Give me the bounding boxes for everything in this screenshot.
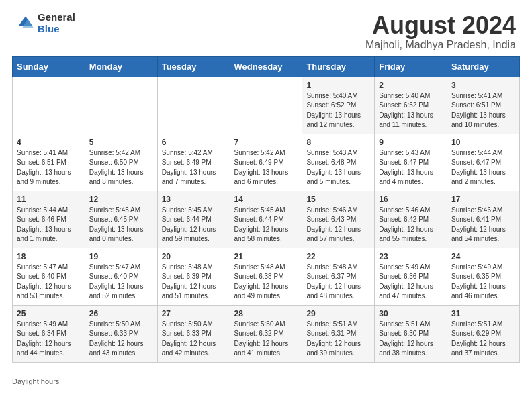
day-number: 24 <box>451 252 515 261</box>
logo: General Blue <box>16 12 75 34</box>
day-info: Sunrise: 5:42 AM Sunset: 6:50 PM Dayligh… <box>89 148 153 187</box>
weekday-header-thursday: Thursday <box>302 56 375 77</box>
calendar-cell: 27Sunrise: 5:50 AM Sunset: 6:33 PM Dayli… <box>157 305 230 362</box>
day-number: 2 <box>379 81 443 90</box>
day-number: 22 <box>306 252 370 261</box>
week-row-5: 25Sunrise: 5:49 AM Sunset: 6:34 PM Dayli… <box>13 305 520 362</box>
calendar-cell: 2Sunrise: 5:40 AM Sunset: 6:52 PM Daylig… <box>375 77 447 134</box>
logo-text: General Blue <box>38 12 75 34</box>
logo-general-text: General <box>38 12 75 24</box>
day-number: 4 <box>17 138 81 147</box>
day-info: Sunrise: 5:47 AM Sunset: 6:40 PM Dayligh… <box>17 263 81 302</box>
calendar-cell: 15Sunrise: 5:46 AM Sunset: 6:43 PM Dayli… <box>302 191 375 248</box>
footer-label: Daylight hours <box>12 377 59 385</box>
weekday-header-friday: Friday <box>375 56 447 77</box>
calendar-cell: 25Sunrise: 5:49 AM Sunset: 6:34 PM Dayli… <box>13 305 85 362</box>
weekday-header-sunday: Sunday <box>13 56 85 77</box>
calendar-cell: 30Sunrise: 5:51 AM Sunset: 6:30 PM Dayli… <box>375 305 447 362</box>
day-info: Sunrise: 5:49 AM Sunset: 6:36 PM Dayligh… <box>379 263 443 302</box>
day-info: Sunrise: 5:51 AM Sunset: 6:31 PM Dayligh… <box>306 320 370 359</box>
weekday-header-row: SundayMondayTuesdayWednesdayThursdayFrid… <box>13 56 520 77</box>
calendar-cell: 28Sunrise: 5:50 AM Sunset: 6:32 PM Dayli… <box>230 305 302 362</box>
day-number: 31 <box>451 309 515 318</box>
day-number: 17 <box>451 195 515 204</box>
day-info: Sunrise: 5:46 AM Sunset: 6:43 PM Dayligh… <box>306 205 370 244</box>
week-row-2: 4Sunrise: 5:41 AM Sunset: 6:51 PM Daylig… <box>13 134 520 191</box>
day-info: Sunrise: 5:45 AM Sunset: 6:45 PM Dayligh… <box>89 205 153 244</box>
calendar-cell <box>157 77 230 134</box>
day-number: 13 <box>162 195 226 204</box>
calendar-cell: 3Sunrise: 5:41 AM Sunset: 6:51 PM Daylig… <box>447 77 520 134</box>
day-number: 29 <box>306 309 370 318</box>
calendar-cell: 13Sunrise: 5:45 AM Sunset: 6:44 PM Dayli… <box>157 191 230 248</box>
day-number: 25 <box>17 309 81 318</box>
weekday-header-monday: Monday <box>85 56 157 77</box>
day-info: Sunrise: 5:44 AM Sunset: 6:47 PM Dayligh… <box>451 148 515 187</box>
day-number: 5 <box>89 138 153 147</box>
day-number: 30 <box>379 309 443 318</box>
calendar-cell: 6Sunrise: 5:42 AM Sunset: 6:49 PM Daylig… <box>157 134 230 191</box>
day-info: Sunrise: 5:50 AM Sunset: 6:33 PM Dayligh… <box>162 320 226 359</box>
day-number: 7 <box>234 138 298 147</box>
day-number: 23 <box>379 252 443 261</box>
day-info: Sunrise: 5:48 AM Sunset: 6:39 PM Dayligh… <box>162 263 226 302</box>
day-info: Sunrise: 5:51 AM Sunset: 6:29 PM Dayligh… <box>451 320 515 359</box>
calendar-cell: 20Sunrise: 5:48 AM Sunset: 6:39 PM Dayli… <box>157 248 230 305</box>
sub-title: Majholi, Madhya Pradesh, India <box>365 39 516 51</box>
day-number: 12 <box>89 195 153 204</box>
calendar-cell: 31Sunrise: 5:51 AM Sunset: 6:29 PM Dayli… <box>447 305 520 362</box>
day-number: 10 <box>451 138 515 147</box>
day-info: Sunrise: 5:43 AM Sunset: 6:47 PM Dayligh… <box>379 148 443 187</box>
day-number: 28 <box>234 309 298 318</box>
calendar-cell: 24Sunrise: 5:49 AM Sunset: 6:35 PM Dayli… <box>447 248 520 305</box>
calendar-cell: 8Sunrise: 5:43 AM Sunset: 6:48 PM Daylig… <box>302 134 375 191</box>
day-info: Sunrise: 5:46 AM Sunset: 6:41 PM Dayligh… <box>451 205 515 244</box>
calendar-cell: 14Sunrise: 5:45 AM Sunset: 6:44 PM Dayli… <box>230 191 302 248</box>
day-info: Sunrise: 5:48 AM Sunset: 6:38 PM Dayligh… <box>234 263 298 302</box>
calendar-cell <box>230 77 302 134</box>
calendar-cell: 12Sunrise: 5:45 AM Sunset: 6:45 PM Dayli… <box>85 191 157 248</box>
calendar-cell: 22Sunrise: 5:48 AM Sunset: 6:37 PM Dayli… <box>302 248 375 305</box>
day-info: Sunrise: 5:42 AM Sunset: 6:49 PM Dayligh… <box>162 148 226 187</box>
day-info: Sunrise: 5:45 AM Sunset: 6:44 PM Dayligh… <box>234 205 298 244</box>
calendar-cell: 23Sunrise: 5:49 AM Sunset: 6:36 PM Dayli… <box>375 248 447 305</box>
footer: Daylight hours <box>0 375 532 388</box>
day-info: Sunrise: 5:49 AM Sunset: 6:34 PM Dayligh… <box>17 320 81 359</box>
day-number: 21 <box>234 252 298 261</box>
calendar-cell: 26Sunrise: 5:50 AM Sunset: 6:33 PM Dayli… <box>85 305 157 362</box>
day-number: 15 <box>306 195 370 204</box>
day-info: Sunrise: 5:50 AM Sunset: 6:33 PM Dayligh… <box>89 320 153 359</box>
day-info: Sunrise: 5:46 AM Sunset: 6:42 PM Dayligh… <box>379 205 443 244</box>
calendar-cell <box>13 77 85 134</box>
day-info: Sunrise: 5:41 AM Sunset: 6:51 PM Dayligh… <box>451 91 515 130</box>
day-info: Sunrise: 5:48 AM Sunset: 6:37 PM Dayligh… <box>306 263 370 302</box>
day-number: 16 <box>379 195 443 204</box>
weekday-header-tuesday: Tuesday <box>157 56 230 77</box>
calendar-container: SundayMondayTuesdayWednesdayThursdayFrid… <box>0 56 532 375</box>
day-number: 20 <box>162 252 226 261</box>
calendar-cell: 4Sunrise: 5:41 AM Sunset: 6:51 PM Daylig… <box>13 134 85 191</box>
calendar-cell: 1Sunrise: 5:40 AM Sunset: 6:52 PM Daylig… <box>302 77 375 134</box>
day-number: 1 <box>306 81 370 90</box>
day-info: Sunrise: 5:40 AM Sunset: 6:52 PM Dayligh… <box>306 91 370 130</box>
day-number: 11 <box>17 195 81 204</box>
day-number: 6 <box>162 138 226 147</box>
calendar-cell: 19Sunrise: 5:47 AM Sunset: 6:40 PM Dayli… <box>85 248 157 305</box>
day-number: 8 <box>306 138 370 147</box>
logo-blue-text: Blue <box>38 24 75 35</box>
day-number: 19 <box>89 252 153 261</box>
week-row-1: 1Sunrise: 5:40 AM Sunset: 6:52 PM Daylig… <box>13 77 520 134</box>
calendar-cell: 17Sunrise: 5:46 AM Sunset: 6:41 PM Dayli… <box>447 191 520 248</box>
day-info: Sunrise: 5:44 AM Sunset: 6:46 PM Dayligh… <box>17 205 81 244</box>
calendar-cell: 21Sunrise: 5:48 AM Sunset: 6:38 PM Dayli… <box>230 248 302 305</box>
day-number: 3 <box>451 81 515 90</box>
day-info: Sunrise: 5:49 AM Sunset: 6:35 PM Dayligh… <box>451 263 515 302</box>
day-info: Sunrise: 5:45 AM Sunset: 6:44 PM Dayligh… <box>162 205 226 244</box>
title-block: August 2024 Majholi, Madhya Pradesh, Ind… <box>365 12 516 51</box>
day-info: Sunrise: 5:43 AM Sunset: 6:48 PM Dayligh… <box>306 148 370 187</box>
calendar-table: SundayMondayTuesdayWednesdayThursdayFrid… <box>12 56 520 363</box>
weekday-header-saturday: Saturday <box>447 56 520 77</box>
calendar-cell: 5Sunrise: 5:42 AM Sunset: 6:50 PM Daylig… <box>85 134 157 191</box>
logo-icon <box>16 14 35 33</box>
main-title: August 2024 <box>365 12 516 39</box>
